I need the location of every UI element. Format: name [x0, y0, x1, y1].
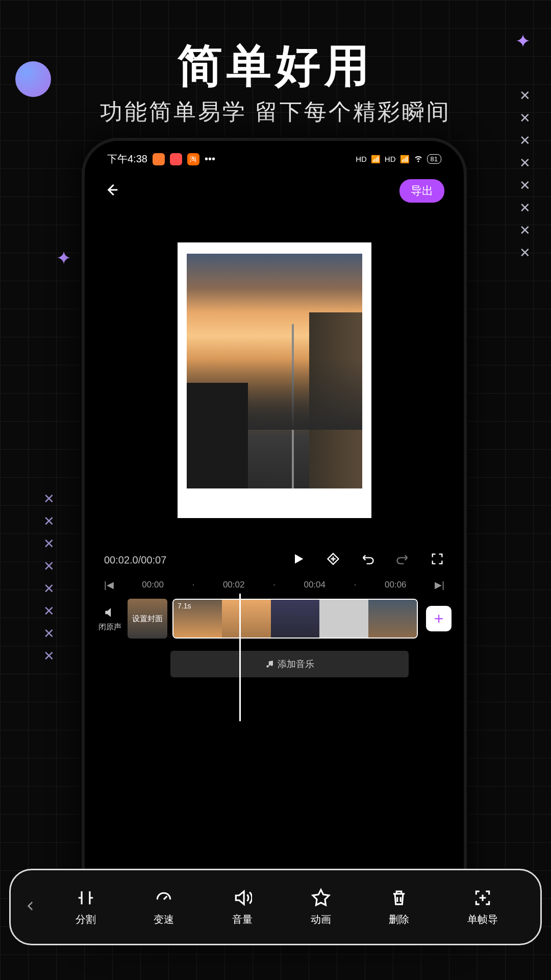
- add-clip-button[interactable]: +: [426, 606, 452, 631]
- tool-label: 删除: [389, 913, 409, 926]
- video-content: [187, 254, 362, 488]
- volume-button[interactable]: 音量: [232, 888, 253, 926]
- ruler-tick: 00:02: [223, 580, 245, 590]
- signal-icon: 📶: [371, 155, 381, 164]
- tool-label: 单帧导: [467, 913, 498, 926]
- tool-label: 音量: [232, 913, 253, 926]
- status-app-icon: [170, 153, 182, 165]
- hd-indicator: HD: [385, 155, 396, 163]
- animation-button[interactable]: 动画: [311, 888, 331, 926]
- mute-label: 闭原声: [98, 622, 121, 632]
- status-time: 下午4:38: [107, 152, 147, 166]
- wifi-icon: [414, 154, 423, 164]
- fullscreen-button[interactable]: [430, 552, 444, 568]
- redo-button[interactable]: [395, 552, 410, 568]
- phone-frame: 下午4:38 淘 ••• HD 📶 HD 📶 81 导出: [82, 138, 467, 944]
- video-clip[interactable]: 7.1s: [172, 599, 418, 639]
- set-cover-button[interactable]: 设置封面: [128, 599, 167, 639]
- cover-label: 设置封面: [132, 614, 163, 624]
- tool-label: 分割: [76, 913, 96, 926]
- export-button[interactable]: 导出: [399, 179, 444, 203]
- ruler-tick: 00:00: [142, 580, 164, 590]
- speed-button[interactable]: 变速: [154, 888, 174, 926]
- next-frame-button[interactable]: ▶|: [435, 579, 444, 591]
- clip-duration: 7.1s: [178, 602, 191, 610]
- editor-top-bar: 导出: [89, 170, 460, 212]
- delete-button[interactable]: 删除: [389, 888, 409, 926]
- promo-subtitle: 功能简单易学 留下每个精彩瞬间: [0, 97, 551, 127]
- split-button[interactable]: 分割: [76, 888, 96, 926]
- decoration-x-column: ✕✕✕✕✕✕✕✕: [43, 487, 55, 667]
- video-preview[interactable]: [104, 217, 444, 544]
- timeline-clips-row: 闭原声 设置封面 7.1s +: [89, 594, 460, 644]
- prev-frame-button[interactable]: |◀: [104, 579, 114, 591]
- video-frame: [178, 242, 371, 518]
- tool-label: 变速: [154, 913, 174, 926]
- signal-icon: 📶: [400, 155, 410, 164]
- mute-original-sound[interactable]: 闭原声: [97, 606, 122, 632]
- timeline-ruler[interactable]: |◀ 00:00 · 00:02 · 00:04 · 00:06 ▶|: [89, 576, 460, 594]
- add-music-track[interactable]: 添加音乐: [170, 651, 409, 677]
- tool-label: 动画: [311, 913, 331, 926]
- frame-export-button[interactable]: 单帧导: [467, 888, 498, 926]
- back-button[interactable]: [104, 182, 119, 200]
- ruler-dot: ·: [192, 580, 195, 590]
- hd-indicator: HD: [356, 155, 367, 163]
- status-bar: 下午4:38 淘 ••• HD 📶 HD 📶 81: [89, 145, 460, 170]
- keyframe-button[interactable]: [326, 552, 340, 568]
- phone-screen: 下午4:38 淘 ••• HD 📶 HD 📶 81 导出: [89, 145, 460, 937]
- ruler-dot: ·: [354, 580, 357, 590]
- sparkle-icon: ✦: [56, 248, 71, 269]
- status-app-icon: [153, 153, 165, 165]
- ruler-dot: ·: [273, 580, 276, 590]
- play-button[interactable]: [291, 552, 306, 568]
- undo-button[interactable]: [361, 552, 375, 568]
- playback-controls: 00:02.0/00:07: [89, 544, 460, 576]
- ruler-tick: 00:04: [304, 580, 325, 590]
- playhead[interactable]: [239, 594, 241, 721]
- add-music-label: 添加音乐: [278, 658, 314, 670]
- ruler-tick: 00:06: [385, 580, 407, 590]
- toolbar-back-button[interactable]: [24, 899, 37, 915]
- battery-icon: 81: [427, 154, 441, 164]
- time-display: 00:02.0/00:07: [104, 554, 166, 566]
- status-more-dots: •••: [205, 153, 215, 165]
- edit-toolbar: 分割 变速 音量 动画 删除 单帧导: [9, 869, 542, 945]
- promo-title: 简单好用: [0, 36, 551, 96]
- status-app-icon: 淘: [187, 153, 199, 165]
